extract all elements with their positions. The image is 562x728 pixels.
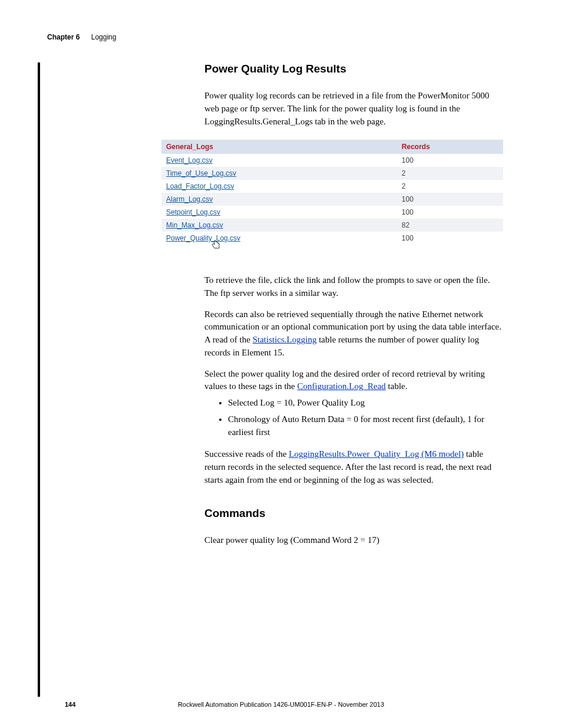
table-row: Load_Factor_Log.csv 2: [161, 180, 503, 193]
table-row: Event_Log.csv 100: [161, 154, 503, 167]
log-link[interactable]: Time_of_Use_Log.csv: [166, 169, 236, 177]
paragraph: Successive reads of the LoggingResults.P…: [204, 448, 505, 486]
table-row: Setpoint_Log.csv 100: [161, 206, 503, 219]
table-row: Alarm_Log.csv 100: [161, 193, 503, 206]
records-value: 100: [397, 154, 503, 167]
chapter-label: Chapter 6: [47, 33, 80, 41]
bullet-list: Selected Log = 10, Power Quality Log Chr…: [204, 397, 505, 439]
log-link[interactable]: Min_Max_Log.csv: [166, 221, 223, 229]
records-value: 100: [397, 206, 503, 219]
section-title-power-quality: Power Quality Log Results: [204, 62, 505, 75]
records-value: 100: [397, 193, 503, 206]
general-logs-table: General_Logs Records Event_Log.csv 100 T…: [161, 140, 503, 245]
records-value: 2: [397, 167, 503, 180]
configuration-log-read-link[interactable]: Configuration.Log_Read: [297, 381, 385, 391]
records-value: 82: [397, 219, 503, 232]
log-link[interactable]: Alarm_Log.csv: [166, 195, 213, 203]
table-row: Min_Max_Log.csv 82: [161, 219, 503, 232]
page-footer: Rockwell Automation Publication 1426-UM0…: [0, 701, 562, 708]
log-link[interactable]: Event_Log.csv: [166, 156, 213, 164]
table-row: Time_of_Use_Log.csv 2: [161, 167, 503, 180]
list-item: Selected Log = 10, Power Quality Log: [228, 397, 505, 410]
paragraph: Clear power quality log (Command Word 2 …: [204, 534, 505, 547]
log-link[interactable]: Load_Factor_Log.csv: [166, 182, 234, 190]
records-value: 100: [397, 232, 503, 245]
records-value: 2: [397, 180, 503, 193]
table-header-records: Records: [397, 140, 503, 154]
list-item: Chronology of Auto Return Data = 0 for m…: [228, 413, 505, 439]
paragraph: Records can also be retrieved sequential…: [204, 308, 505, 360]
log-link[interactable]: Setpoint_Log.csv: [166, 208, 220, 216]
page-header: Chapter 6 Logging: [47, 33, 116, 41]
logging-results-link[interactable]: LoggingResults.Power_Quality_Log (M6 mod…: [289, 449, 464, 459]
content-lower: To retrieve the file, click the link and…: [204, 274, 505, 555]
paragraph: To retrieve the file, click the link and…: [204, 274, 505, 300]
content-upper: Power Quality Log Results Power quality …: [204, 62, 505, 136]
table-header-general-logs: General_Logs: [161, 140, 397, 154]
chapter-title: Logging: [91, 33, 117, 41]
paragraph: Select the power quality log and the des…: [204, 368, 505, 394]
paragraph: Power quality log records can be retriev…: [204, 90, 505, 128]
table-row: Power_Quality_Log.csv 100: [161, 232, 503, 245]
vertical-rule: [38, 62, 40, 697]
section-title-commands: Commands: [204, 507, 505, 520]
log-link[interactable]: Power_Quality_Log.csv: [166, 234, 240, 242]
statistics-logging-link[interactable]: Statistics.Logging: [253, 335, 317, 344]
